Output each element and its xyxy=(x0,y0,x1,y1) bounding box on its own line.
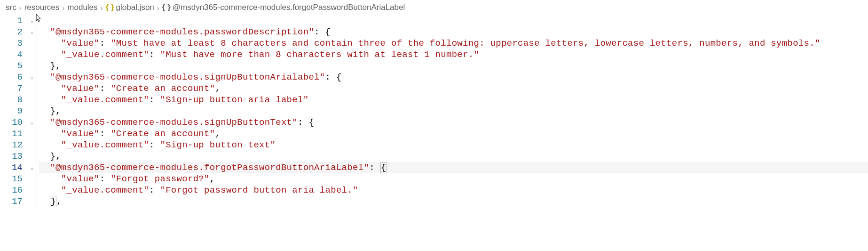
code-line[interactable]: "@msdyn365-commerce-modules.forgotPasswo… xyxy=(39,162,868,173)
chevron-right-icon: › xyxy=(19,4,22,12)
breadcrumb-item-symbol[interactable]: { }@msdyn365-commerce-modules.forgotPass… xyxy=(162,3,405,12)
line-number[interactable]: 16 xyxy=(0,185,23,196)
code-line[interactable]: "_value.comment": "Must have more than 8… xyxy=(39,49,868,60)
line-number[interactable]: 15 xyxy=(0,173,23,185)
code-line[interactable]: "value": "Forgot password?", xyxy=(39,173,868,185)
line-number-gutter: 1 2 3 4 5 6 7 8 9 10 11 12 13 14 15 16 1… xyxy=(0,15,27,207)
code-line[interactable]: "@msdyn365-commerce-modules.signUpButton… xyxy=(39,117,868,128)
chevron-right-icon: › xyxy=(101,4,103,12)
fold-toggle[interactable]: ⌄ xyxy=(27,117,37,128)
line-number[interactable]: 6 xyxy=(0,72,23,83)
code-line[interactable]: "value": "Create an account", xyxy=(39,128,868,139)
breadcrumb-item-file[interactable]: { }global.json xyxy=(106,3,154,12)
chevron-right-icon: › xyxy=(157,4,159,12)
code-line[interactable]: "_value.comment": "Sign-up button text" xyxy=(39,139,868,151)
code-line[interactable] xyxy=(39,15,868,26)
line-number[interactable]: 8 xyxy=(0,94,23,105)
code-line[interactable]: "_value.comment": "Forgot password butto… xyxy=(39,185,868,196)
line-number[interactable]: 17 xyxy=(0,196,23,207)
line-number[interactable]: 7 xyxy=(0,83,23,94)
breadcrumb-item-resources[interactable]: resources xyxy=(24,3,60,12)
fold-toggle[interactable]: ⌄ xyxy=(27,26,37,38)
breadcrumb-item-src[interactable]: src xyxy=(6,3,16,12)
line-number[interactable]: 14 xyxy=(0,162,23,173)
line-number[interactable]: 9 xyxy=(0,105,23,117)
line-number[interactable]: 2 xyxy=(0,26,23,38)
fold-toggle[interactable]: ⌄ xyxy=(27,15,37,26)
code-line[interactable]: "value": "Must have at least 8 character… xyxy=(39,38,868,49)
code-line[interactable]: "@msdyn365-commerce-modules.signUpButton… xyxy=(39,72,868,83)
fold-toggle[interactable]: ⌄ xyxy=(27,162,37,173)
code-area[interactable]: "@msdyn365-commerce-modules.passwordDesc… xyxy=(37,15,868,207)
line-number[interactable]: 10 xyxy=(0,117,23,128)
line-number[interactable]: 13 xyxy=(0,151,23,162)
code-line[interactable]: "value": "Create an account", xyxy=(39,83,868,94)
fold-toggle[interactable]: ⌄ xyxy=(27,72,37,83)
code-line[interactable]: }, xyxy=(39,105,868,117)
chevron-right-icon: › xyxy=(62,4,64,12)
breadcrumb: src › resources › modules › { }global.js… xyxy=(0,0,868,15)
code-line[interactable]: "@msdyn365-commerce-modules.passwordDesc… xyxy=(39,26,868,38)
line-number[interactable]: 12 xyxy=(0,139,23,151)
code-editor[interactable]: 1 2 3 4 5 6 7 8 9 10 11 12 13 14 15 16 1… xyxy=(0,15,868,207)
line-number[interactable]: 5 xyxy=(0,60,23,72)
json-object-icon: { } xyxy=(162,3,171,12)
code-line[interactable]: }, xyxy=(39,151,868,162)
line-number[interactable]: 11 xyxy=(0,128,23,139)
code-line[interactable]: "_value.comment": "Sign-up button aria l… xyxy=(39,94,868,105)
breadcrumb-item-modules[interactable]: modules xyxy=(67,3,97,12)
json-file-icon: { } xyxy=(106,3,114,12)
fold-gutter: ⌄ ⌄ ⌄ ⌄ ⌄ xyxy=(27,15,37,207)
line-number[interactable]: 3 xyxy=(0,38,23,49)
line-number[interactable]: 1 xyxy=(0,15,23,26)
code-line[interactable]: }, xyxy=(39,196,868,207)
line-number[interactable]: 4 xyxy=(0,49,23,60)
code-line[interactable]: }, xyxy=(39,60,868,72)
